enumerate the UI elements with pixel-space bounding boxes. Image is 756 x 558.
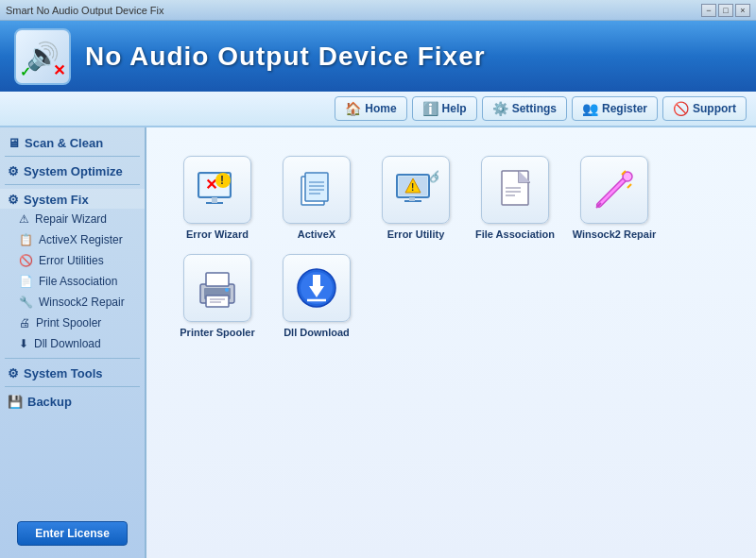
sidebar-item-backup[interactable]: 💾 Backup — [0, 391, 145, 411]
sidebar-divider-3 — [5, 358, 140, 359]
enter-license-button[interactable]: Enter License — [17, 521, 128, 546]
svg-point-37 — [225, 288, 229, 292]
sidebar-item-repair-wizard[interactable]: ⚠ Repair Wizard — [0, 209, 145, 229]
tool-icon-5 — [183, 254, 251, 322]
sidebar-divider-4 — [5, 386, 140, 387]
svg-text:🔗: 🔗 — [429, 169, 438, 183]
home-button[interactable]: 🏠 Home — [335, 96, 406, 121]
tool-icon-1 — [283, 156, 351, 224]
tool-label-6: Dll Download — [284, 327, 350, 338]
error-x-icon: ✕ — [53, 61, 65, 79]
minimize-button[interactable]: − — [701, 4, 716, 17]
tool-item-dll-download[interactable]: Dll Download — [274, 254, 359, 338]
app-title: No Audio Output Device Fixer — [85, 42, 486, 72]
dll-icon: ⬇ — [19, 337, 28, 350]
close-button[interactable]: × — [735, 4, 750, 17]
sidebar-divider-1 — [5, 156, 140, 157]
optimize-icon: ⚙ — [8, 164, 19, 178]
tools-icon: ⚙ — [8, 366, 19, 380]
error-icon: 🚫 — [19, 254, 33, 267]
sidebar-item-activex-register[interactable]: 📋 ActiveX Register — [0, 229, 145, 250]
sidebar-item-dll-download[interactable]: ⬇ Dll Download — [0, 333, 145, 354]
sidebar-item-system-optimize[interactable]: ⚙ System Optimize — [0, 161, 145, 180]
title-bar-controls: − □ × — [701, 4, 750, 17]
tool-icon-2: ! 🔗 — [382, 156, 450, 224]
svg-text:!: ! — [411, 182, 414, 193]
content-area: ✕ ! Error Wizard ActiveX ! 🔗 Error Utili… — [146, 127, 756, 558]
home-icon: 🏠 — [345, 101, 361, 116]
register-icon: 👥 — [582, 101, 598, 116]
check-icon: ✓ — [20, 64, 31, 79]
svg-rect-34 — [206, 296, 229, 307]
app-logo: 🔊 ✕ ✓ — [14, 28, 71, 85]
printer-icon: 🖨 — [19, 316, 30, 330]
tool-item-activex[interactable]: ActiveX — [274, 156, 359, 240]
app-header: 🔊 ✕ ✓ No Audio Output Device Fixer — [0, 21, 756, 92]
warning-icon: ⚠ — [19, 212, 29, 226]
tool-label-3: File Association — [475, 228, 555, 240]
register-button[interactable]: 👥 Register — [572, 96, 658, 121]
svg-rect-8 — [305, 173, 328, 201]
title-bar-text: Smart No Audio Output Device Fix — [6, 5, 701, 16]
tool-item-error-utility[interactable]: ! 🔗 Error Utility — [373, 156, 458, 240]
file-icon: 📄 — [19, 275, 33, 288]
svg-text:✕: ✕ — [205, 177, 217, 193]
tool-item-printer-spooler[interactable]: Printer Spooler — [175, 254, 260, 338]
svg-rect-33 — [206, 273, 229, 286]
backup-icon: 💾 — [8, 395, 23, 409]
tool-label-1: ActiveX — [298, 228, 335, 240]
tool-item-winsock2-repair[interactable]: Winsock2 Repair — [572, 156, 657, 240]
svg-line-26 — [599, 178, 626, 205]
sidebar-divider-2 — [5, 184, 140, 185]
sidebar: 🖥 Scan & Clean ⚙ System Optimize ⚙ Syste… — [0, 127, 146, 558]
sidebar-item-winsock2-repair[interactable]: 🔧 Winsock2 Repair — [0, 292, 145, 313]
sidebar-item-print-spooler[interactable]: 🖨 Print Spooler — [0, 313, 145, 333]
activex-icon: 📋 — [19, 233, 33, 246]
sidebar-item-system-tools[interactable]: ⚙ System Tools — [0, 363, 145, 382]
tool-grid: ✕ ! Error Wizard ActiveX ! 🔗 Error Utili… — [165, 146, 737, 347]
support-icon: 🚫 — [673, 101, 689, 116]
help-button[interactable]: ℹ️ Help — [412, 96, 477, 121]
svg-text:!: ! — [220, 174, 224, 187]
support-button[interactable]: 🚫 Support — [662, 96, 747, 121]
tool-icon-0: ✕ ! — [183, 156, 251, 224]
help-icon: ℹ️ — [422, 101, 438, 116]
sidebar-item-system-fix[interactable]: ⚙ System Fix — [0, 189, 145, 209]
tool-item-error-wizard[interactable]: ✕ ! Error Wizard — [175, 156, 260, 240]
tool-icon-6 — [283, 254, 351, 322]
tool-label-4: Winsock2 Repair — [573, 228, 657, 240]
tool-label-2: Error Utility — [387, 228, 445, 240]
scan-icon: 🖥 — [8, 136, 20, 150]
svg-rect-3 — [212, 197, 217, 203]
settings-button[interactable]: ⚙️ Settings — [482, 96, 567, 121]
tool-icon-4 — [580, 156, 648, 224]
sidebar-item-file-association[interactable]: 📄 File Association — [0, 271, 145, 292]
toolbar: 🏠 Home ℹ️ Help ⚙️ Settings 👥 Register 🚫 … — [0, 92, 756, 127]
tool-label-0: Error Wizard — [186, 228, 249, 240]
tool-icon-3 — [481, 156, 549, 224]
winsock-icon: 🔧 — [19, 296, 33, 309]
tool-item-file-association[interactable]: File Association — [472, 156, 558, 240]
svg-rect-16 — [409, 197, 415, 201]
sidebar-item-error-utilities[interactable]: 🚫 Error Utilities — [0, 250, 145, 271]
svg-line-29 — [627, 184, 631, 188]
maximize-button[interactable]: □ — [718, 4, 733, 17]
main-container: 🖥 Scan & Clean ⚙ System Optimize ⚙ Syste… — [0, 127, 756, 558]
title-bar: Smart No Audio Output Device Fix − □ × — [0, 0, 756, 21]
svg-rect-41 — [313, 275, 320, 288]
tool-label-5: Printer Spooler — [180, 327, 254, 338]
sidebar-item-scan-clean[interactable]: 🖥 Scan & Clean — [0, 132, 145, 152]
fix-icon: ⚙ — [8, 193, 19, 207]
settings-icon: ⚙️ — [492, 101, 508, 116]
